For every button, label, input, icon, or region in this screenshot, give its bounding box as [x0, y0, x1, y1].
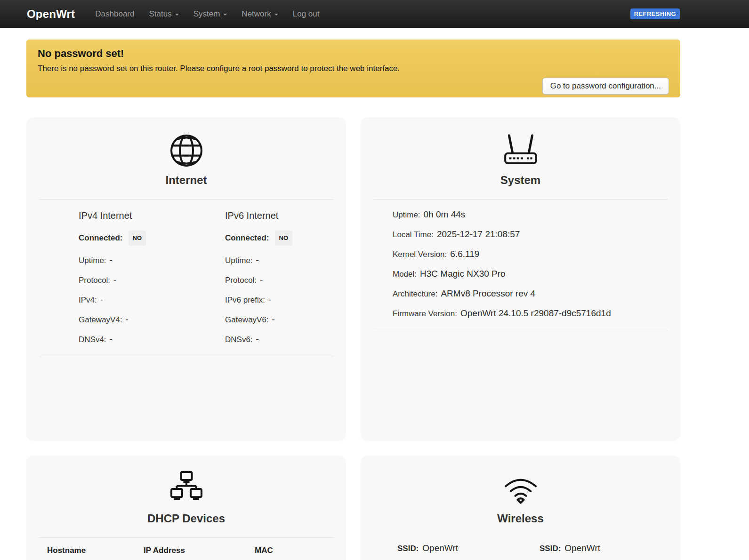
- row-label: Model:: [393, 270, 417, 279]
- row-label: Local Time:: [393, 230, 434, 239]
- divider: [373, 331, 668, 331]
- card-title: Internet: [26, 174, 346, 187]
- connected-row: Connected:NO: [225, 231, 346, 246]
- row-value: -: [100, 295, 103, 304]
- divider: [39, 357, 333, 357]
- internet-card-header: Internet: [26, 117, 346, 187]
- row-label: GatewayV6:: [225, 315, 269, 324]
- row-label: Firmware Version:: [393, 309, 457, 318]
- info-row: Protocol:-: [79, 275, 225, 285]
- nav-item-label: System: [193, 9, 220, 19]
- card-title: Wireless: [361, 512, 680, 525]
- warning-title: No password set!: [38, 48, 669, 60]
- wireless-card-header: Wireless: [361, 456, 680, 525]
- info-row: Uptime:0h 0m 44s: [393, 210, 667, 220]
- info-row: IPv6 prefix:-: [225, 295, 346, 305]
- info-row: Firmware Version:OpenWrt 24.10.5 r29087-…: [393, 309, 667, 319]
- info-row: DNSv4:-: [79, 335, 225, 344]
- ssid-item: SSID:OpenWrt: [540, 543, 680, 553]
- warning-message: There is no password set on this router.…: [38, 64, 669, 73]
- row-label: Protocol:: [225, 276, 257, 285]
- row-label: Uptime:: [79, 256, 106, 265]
- column-header-mac: MAC: [255, 546, 325, 555]
- connected-label: Connected:: [79, 233, 123, 242]
- column-header-hostname: Hostname: [47, 546, 144, 555]
- connected-label: Connected:: [225, 233, 269, 242]
- row-label: Protocol:: [79, 276, 110, 285]
- row-value: -: [126, 314, 129, 324]
- dhcp-devices-card: DHCP Devices Hostname IP Address MAC: [26, 456, 346, 560]
- no-password-warning-banner: No password set! There is no password se…: [26, 40, 680, 97]
- wireless-card: Wireless SSID:OpenWrt SSID:OpenWrt: [361, 456, 680, 560]
- row-label: IPv4:: [79, 296, 97, 304]
- info-row: Model:H3C Magic NX30 Pro: [393, 269, 667, 279]
- row-label: GatewayV4:: [79, 315, 122, 324]
- network-icon: [26, 470, 346, 508]
- ipv4-column: IPv4 Internet Connected:NO Uptime:- Prot…: [79, 200, 225, 344]
- refreshing-status-badge[interactable]: REFRESHING: [630, 8, 680, 19]
- router-icon: [361, 131, 680, 170]
- info-row: Protocol:-: [225, 275, 346, 285]
- row-value: -: [110, 334, 113, 344]
- system-card-header: System: [361, 117, 680, 187]
- row-value: 0h 0m 44s: [424, 209, 466, 219]
- nav-item-label: Dashboard: [95, 9, 134, 19]
- nav-item-network[interactable]: Network: [242, 9, 278, 19]
- nav-item-dashboard[interactable]: Dashboard: [95, 9, 134, 19]
- row-value: H3C Magic NX30 Pro: [420, 269, 506, 279]
- info-row: IPv4:-: [79, 295, 225, 305]
- dhcp-table-header: Hostname IP Address MAC: [26, 538, 346, 555]
- ipv6-column: IPv6 Internet Connected:NO Uptime:- Prot…: [225, 200, 346, 344]
- dhcp-card-header: DHCP Devices: [26, 456, 346, 525]
- go-to-password-configuration-button[interactable]: Go to password configuration...: [542, 78, 669, 95]
- ssid-value: OpenWrt: [422, 543, 458, 553]
- row-label: Uptime:: [225, 256, 253, 265]
- system-card: System Uptime:0h 0m 44s Local Time:2025-…: [361, 117, 680, 441]
- info-row: Local Time:2025-12-17 21:08:57: [393, 230, 667, 240]
- system-info-list: Uptime:0h 0m 44s Local Time:2025-12-17 2…: [361, 200, 680, 319]
- row-value: -: [110, 255, 113, 265]
- row-value: 6.6.119: [450, 249, 479, 259]
- ssid-value: OpenWrt: [564, 543, 600, 553]
- info-row: Architecture:ARMv8 Processor rev 4: [393, 289, 667, 299]
- nav-menu: Dashboard Status System Network Log out: [95, 9, 319, 19]
- row-value: ARMv8 Processor rev 4: [441, 288, 535, 298]
- row-value: -: [268, 295, 271, 304]
- chevron-down-icon: [175, 14, 179, 16]
- dashboard-cards-grid: Internet IPv4 Internet Connected:NO Upti…: [26, 117, 680, 560]
- info-row: Uptime:-: [225, 256, 346, 265]
- connected-status-badge: NO: [275, 231, 293, 246]
- row-value: -: [260, 275, 263, 285]
- row-value: -: [256, 334, 259, 344]
- connected-row: Connected:NO: [79, 231, 225, 246]
- row-value: -: [256, 255, 259, 265]
- card-title: System: [361, 174, 680, 187]
- column-header-ip-address: IP Address: [144, 546, 255, 555]
- internet-card: Internet IPv4 Internet Connected:NO Upti…: [26, 117, 346, 441]
- info-row: GatewayV4:-: [79, 315, 225, 325]
- nav-item-status[interactable]: Status: [149, 9, 178, 19]
- brand-logo[interactable]: OpenWrt: [27, 8, 75, 21]
- card-title: DHCP Devices: [26, 512, 346, 525]
- nav-item-label: Status: [149, 9, 171, 19]
- row-value: -: [272, 314, 275, 324]
- chevron-down-icon: [274, 14, 278, 16]
- info-row: Uptime:-: [79, 256, 225, 265]
- ssid-item: SSID:OpenWrt: [397, 543, 540, 553]
- nav-item-system[interactable]: System: [193, 9, 227, 19]
- row-label: Uptime:: [393, 210, 420, 219]
- row-value: OpenWrt 24.10.5 r29087-d9c5716d1d: [460, 308, 611, 318]
- column-heading: IPv6 Internet: [225, 210, 346, 221]
- wifi-icon: [361, 470, 680, 508]
- nav-item-logout[interactable]: Log out: [293, 9, 320, 19]
- nav-item-label: Network: [242, 9, 271, 19]
- row-label: DNSv4:: [79, 335, 106, 344]
- row-value: -: [113, 275, 116, 285]
- ssid-label: SSID:: [540, 544, 561, 553]
- row-label: Architecture:: [393, 289, 437, 298]
- row-label: DNSv6:: [225, 335, 253, 344]
- row-value: 2025-12-17 21:08:57: [437, 229, 520, 239]
- row-label: IPv6 prefix:: [225, 296, 265, 304]
- info-row: DNSv6:-: [225, 335, 346, 344]
- ssid-label: SSID:: [397, 544, 419, 553]
